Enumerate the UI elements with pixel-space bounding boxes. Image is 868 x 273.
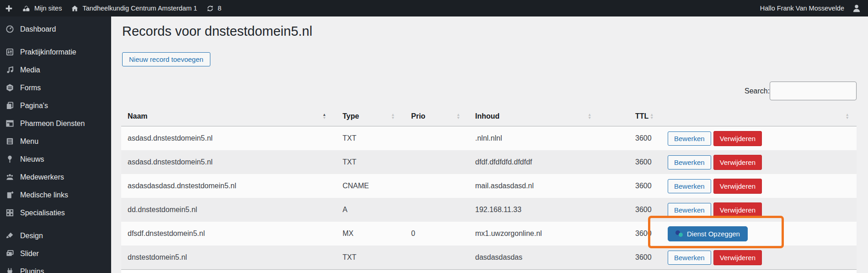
cell-type: TXT (336, 150, 405, 174)
updates-menu[interactable]: 8 (202, 0, 226, 16)
plus-logo-icon (5, 5, 13, 12)
column-header-inhoud[interactable]: Inhoud ▲▼ (469, 106, 629, 126)
column-header-naam[interactable]: Naam ▲▼ (121, 106, 336, 126)
cell-naam: asdasdasdasd.dnstestdomein5.nl (121, 174, 336, 198)
sidebar-item-media[interactable]: Media (0, 61, 111, 79)
cell-prio (405, 126, 469, 150)
sliders-icon (5, 48, 14, 56)
user-avatar-icon (852, 3, 862, 13)
dashboard-gauge-icon (5, 25, 14, 33)
edit-button[interactable]: Bewerken (668, 131, 711, 146)
cell-ttl: 3600 (629, 174, 668, 198)
cell-inhoud: .nlnl.nlnl (469, 126, 629, 150)
cell-inhoud: mx1.uwzorgonline.nl (469, 222, 629, 246)
column-header-prio[interactable]: Prio ▲▼ (405, 106, 469, 126)
sort-arrows-icon: ▲▼ (588, 113, 591, 120)
user-avatar[interactable] (847, 0, 868, 16)
pages-icon (5, 101, 14, 110)
delete-button[interactable]: Verwijderen (713, 131, 762, 146)
cell-type: A (336, 198, 405, 222)
cell-type: MX (336, 222, 405, 246)
edit-button[interactable]: Bewerken (668, 203, 711, 217)
cell-inhoud: dasdasdasdas (469, 246, 629, 269)
cell-naam: dfsdf.dnstestdomein5.nl (121, 222, 336, 246)
delete-button[interactable]: Verwijderen (713, 179, 762, 194)
paintbrush-icon (5, 231, 14, 240)
multisite-houses-icon (22, 5, 31, 12)
wordpress-admin-page: Mijn sites Tandheelkundig Centrum Amster… (0, 0, 868, 273)
column-header-actions[interactable]: ▲▼ (668, 106, 857, 126)
delete-button[interactable]: Verwijderen (713, 155, 762, 170)
sidebar-item-plugins[interactable]: Plugins (0, 262, 111, 273)
cell-ttl: 3600 (629, 150, 668, 174)
images-stack-icon (5, 249, 14, 258)
cell-prio (405, 198, 469, 222)
edit-button[interactable]: Bewerken (668, 179, 711, 193)
admin-bar: Mijn sites Tandheelkundig Centrum Amster… (0, 0, 868, 16)
sidebar-item-medische-links[interactable]: Medische links (0, 186, 111, 204)
cancel-service-label: Dienst Opzeggen (687, 230, 740, 238)
cell-ttl: 3600 (629, 126, 668, 150)
sidebar-item-praktijkinformatie[interactable]: Praktijkinformatie (0, 43, 111, 61)
cell-inhoud: 192.168.11.33 (469, 198, 629, 222)
cell-prio (405, 150, 469, 174)
sidebar-item-nieuws[interactable]: Nieuws (0, 150, 111, 168)
main-content: Records voor dnstestdomein5.nl Nieuw rec… (111, 16, 868, 273)
delete-button[interactable]: Verwijderen (713, 202, 762, 218)
pharmeon-logo-icon (675, 230, 683, 237)
add-record-button[interactable]: Nieuw record toevoegen (122, 52, 210, 66)
table-row: asdasdasdasd.dnstestdomein5.nlCNAMEmail.… (121, 174, 857, 198)
updates-count: 8 (218, 5, 221, 12)
menu-list-icon (5, 137, 14, 146)
cancel-service-button[interactable]: Dienst Opzeggen (668, 226, 748, 241)
sidebar-item-design[interactable]: Design (0, 227, 111, 245)
my-sites-label: Mijn sites (34, 5, 62, 12)
grid-icon (5, 208, 14, 217)
sidebar-item-dashboard[interactable]: Dashboard (0, 20, 111, 38)
cell-actions: BewerkenVerwijderen (668, 174, 857, 198)
edit-button[interactable]: Bewerken (668, 251, 711, 265)
column-header-ttl[interactable]: TTL ▲▼ (629, 106, 668, 126)
search-input[interactable] (770, 82, 857, 100)
sidebar: Dashboard Praktijkinformatie Media Forms (0, 16, 111, 273)
cell-naam: asdasd.dnstestdomein5.nl (121, 150, 336, 174)
cell-ttl: 3600 (629, 198, 668, 222)
sidebar-item-paginas[interactable]: Pagina's (0, 97, 111, 115)
table-search: Search: (745, 82, 857, 100)
edit-button[interactable]: Bewerken (668, 155, 711, 169)
cell-inhoud: dfdf.dfdfdfd.dfdfdf (469, 150, 629, 174)
sidebar-item-pharmeon-diensten[interactable]: Pharmeon Diensten (0, 115, 111, 132)
table-row: dfsdf.dnstestdomein5.nlMX0mx1.uwzorgonli… (121, 222, 857, 246)
site-name-label: Tandheelkundig Centrum Amsterdam 1 (82, 5, 197, 12)
cell-type: TXT (336, 246, 405, 269)
sidebar-item-menu[interactable]: Menu (0, 132, 111, 150)
account-menu[interactable]: Hallo Frank Van Mossevelde (755, 0, 847, 16)
home-icon (71, 5, 79, 12)
cell-prio: 0 (405, 222, 469, 246)
sidebar-item-forms[interactable]: Forms (0, 79, 111, 97)
cell-naam: dnstestdomein5.nl (121, 246, 336, 269)
table-header-row: Naam ▲▼ Type ▲▼ Prio ▲▼ Inhoud ▲▼ TTL (121, 106, 857, 126)
sort-arrows-icon: ▲▼ (846, 113, 849, 120)
sidebar-item-specialisaties[interactable]: Specialisaties (0, 204, 111, 222)
cell-actions: Dienst Opzeggen (668, 222, 857, 246)
search-label: Search: (745, 87, 767, 95)
cell-naam: dd.dnstestdomein5.nl (121, 198, 336, 222)
site-logo-button[interactable] (0, 0, 17, 16)
sidebar-item-medewerkers[interactable]: Medewerkers (0, 168, 111, 186)
page-title: Records voor dnstestdomein5.nl (122, 24, 312, 39)
layout-icon (5, 119, 14, 128)
users-group-icon (5, 173, 14, 181)
current-site-menu[interactable]: Tandheelkundig Centrum Amsterdam 1 (66, 0, 202, 16)
cell-inhoud: mail.asdasdasd.nl (469, 174, 629, 198)
delete-button[interactable]: Verwijderen (713, 250, 762, 265)
refresh-updates-icon (206, 5, 214, 12)
hexagon-forms-icon (5, 83, 14, 92)
sort-arrows-icon: ▲▼ (391, 113, 395, 120)
cell-type: TXT (336, 126, 405, 150)
column-header-type[interactable]: Type ▲▼ (336, 106, 405, 126)
sidebar-item-slider[interactable]: Slider (0, 245, 111, 262)
table-body: asdasd.dnstestdomein5.nlTXT.nlnl.nlnl360… (121, 126, 857, 269)
my-sites-menu[interactable]: Mijn sites (17, 0, 66, 16)
plug-icon (5, 267, 14, 273)
